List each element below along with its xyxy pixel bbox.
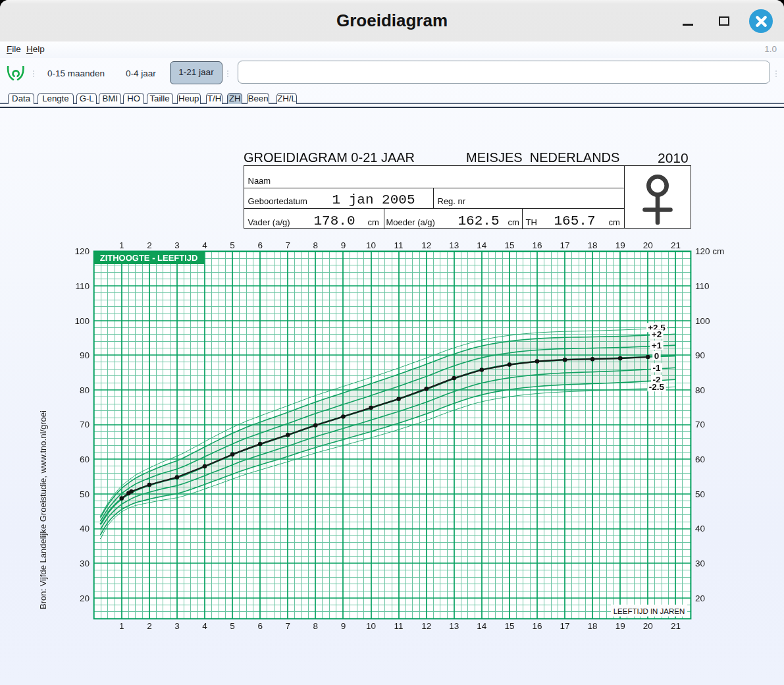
svg-text:110: 110 [75,281,90,291]
svg-text:15: 15 [504,240,514,250]
svg-text:1: 1 [119,621,124,631]
svg-text:3: 3 [174,240,180,250]
svg-text:80: 80 [695,385,705,395]
svg-text:7: 7 [286,621,291,631]
svg-text:100: 100 [695,316,710,326]
svg-text:11: 11 [394,240,404,250]
svg-text:8: 8 [313,621,319,631]
svg-text:70: 70 [80,420,90,429]
svg-text:50: 50 [695,489,705,499]
svg-text:13: 13 [449,240,459,250]
svg-text:+2: +2 [652,329,662,339]
svg-text:11: 11 [394,621,404,631]
svg-text:4: 4 [202,621,207,631]
svg-text:30: 30 [695,559,705,568]
svg-text:12: 12 [421,621,431,631]
svg-text:50: 50 [80,489,90,499]
svg-text:ZITHOOGTE - LEEFTIJD: ZITHOOGTE - LEEFTIJD [100,253,198,263]
svg-text:20: 20 [643,621,653,631]
svg-text:14: 14 [477,240,487,250]
svg-text:19: 19 [615,621,625,631]
svg-text:16: 16 [532,240,542,250]
svg-text:18: 18 [588,240,598,250]
svg-text:21: 21 [671,621,681,631]
svg-text:LEEFTIJD IN JAREN: LEEFTIJD IN JAREN [614,607,685,615]
svg-text:2: 2 [147,240,152,250]
svg-text:40: 40 [695,524,705,534]
svg-text:60: 60 [695,454,705,464]
svg-text:+1: +1 [652,341,662,350]
svg-text:18: 18 [588,621,598,631]
svg-text:5: 5 [230,240,235,250]
svg-text:2: 2 [147,621,152,631]
svg-text:20: 20 [695,593,705,603]
svg-text:20: 20 [643,240,653,250]
svg-text:3: 3 [174,621,180,631]
svg-text:17: 17 [560,621,570,631]
svg-text:16: 16 [532,621,542,631]
svg-text:60: 60 [80,454,90,464]
svg-text:20: 20 [80,593,90,603]
svg-text:-1: -1 [652,363,660,373]
svg-text:4: 4 [202,240,207,250]
svg-text:90: 90 [695,350,705,360]
svg-text:40: 40 [80,524,90,534]
svg-text:6: 6 [257,240,263,250]
svg-text:14: 14 [477,621,487,631]
svg-text:8: 8 [313,240,319,250]
svg-text:6: 6 [257,621,263,631]
svg-text:9: 9 [341,621,346,631]
svg-text:5: 5 [230,621,235,631]
svg-text:21: 21 [671,240,681,250]
svg-text:1: 1 [119,240,124,250]
svg-text:13: 13 [449,621,459,631]
svg-text:10: 10 [366,240,376,250]
svg-text:12: 12 [421,240,431,250]
svg-text:30: 30 [80,559,90,568]
svg-text:7: 7 [286,240,291,250]
svg-text:-2.5: -2.5 [649,382,665,392]
svg-text:15: 15 [504,621,514,631]
svg-text:80: 80 [80,385,90,395]
svg-text:Bron: Vijfde Landelijke Groeis: Bron: Vijfde Landelijke Groeistudie, www… [38,410,48,609]
svg-text:90: 90 [80,350,90,360]
svg-text:0: 0 [654,351,660,361]
svg-text:19: 19 [615,240,625,250]
svg-text:120 cm: 120 cm [695,246,724,256]
svg-text:17: 17 [560,240,570,250]
svg-text:70: 70 [695,420,705,429]
svg-text:120: 120 [74,246,90,256]
svg-text:10: 10 [366,621,376,631]
svg-text:9: 9 [341,240,346,250]
svg-text:100: 100 [74,316,90,326]
svg-text:110: 110 [695,281,710,291]
